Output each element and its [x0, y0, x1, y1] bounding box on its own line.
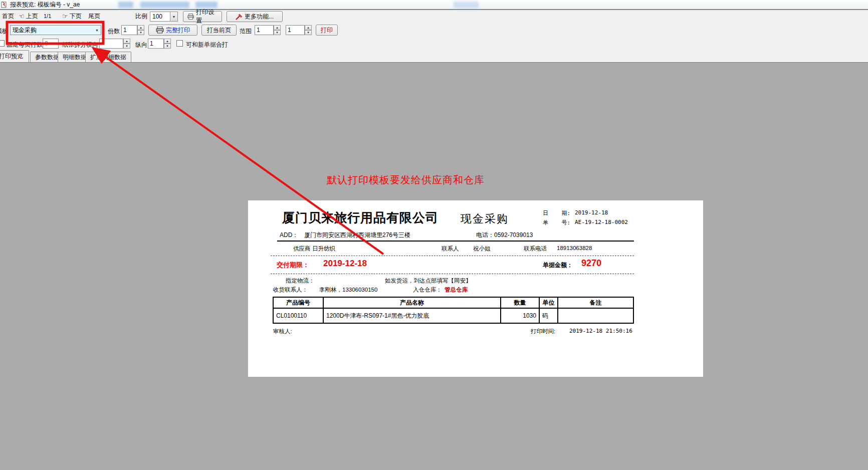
report-document: 厦门贝来旅行用品有限公司 现金采购 日 期: 2019-12-18 单 号: A…: [248, 200, 703, 377]
tab-print-preview[interactable]: 打印预览: [0, 50, 29, 62]
tab-extended-detail-data[interactable]: 扩展明细数据: [85, 52, 131, 62]
scale-combobox[interactable]: 100 ▼: [150, 12, 178, 22]
full-print-button[interactable]: 完整打印: [148, 25, 197, 36]
supplier-value: 日升纺织: [312, 245, 335, 253]
cell-quantity: 1030: [501, 308, 539, 323]
template-combobox[interactable]: 现金采购 ▼: [10, 25, 101, 35]
contact-label: 联系人: [442, 245, 459, 253]
portrait-stepper[interactable]: ▲▼: [164, 39, 171, 49]
spin-down-icon: ▼: [164, 44, 171, 49]
range-to-stepper[interactable]: ▲▼: [305, 25, 312, 35]
window-title: 报表预览: 模板编号 - v_ae: [10, 1, 80, 9]
annotation-note: 默认打印模板要发给供应商和仓库: [327, 173, 485, 187]
warehouse-label: 入仓仓库：: [413, 286, 442, 294]
spin-down-icon: ▼: [274, 30, 281, 35]
page-indicator: 1/1: [44, 13, 51, 19]
next-page-button[interactable]: ☞下页: [62, 12, 82, 21]
chevron-down-icon[interactable]: ▼: [170, 12, 177, 21]
last-page-button[interactable]: 尾页: [88, 12, 100, 21]
dashed-rule: [271, 256, 634, 256]
receiver-label: 收货联系人：: [273, 286, 308, 294]
address-value: 厦门市同安区西湖村西湖塘里276号三楼: [304, 231, 410, 240]
date-label: 日 期:: [543, 209, 570, 217]
cell-remark: [558, 308, 633, 323]
spin-up-icon: ▲: [274, 25, 281, 30]
toolbar-row-print: 模板 现金采购 ▼ 份数 ▲▼ 完整打印 打当前页 范围 ▲▼ ▲▼ 打印: [0, 24, 868, 37]
contact-phone-label: 联系电话: [524, 245, 547, 253]
portrait-input[interactable]: [148, 39, 164, 49]
warehouse-value: 管总仓库: [445, 286, 468, 294]
range-from-stepper[interactable]: ▲▼: [274, 25, 281, 35]
deadline-value: 2019-12-18: [323, 259, 367, 269]
print-button[interactable]: 打印: [316, 25, 338, 36]
copies-input[interactable]: [121, 25, 137, 35]
company-name: 厦门贝来旅行用品有限公司: [282, 209, 439, 226]
amount-value: 9270: [581, 258, 601, 269]
app-icon: [1, 1, 8, 8]
col-product-code: 产品编号: [273, 297, 323, 308]
fixed-rows-input[interactable]: [43, 39, 59, 49]
template-value: 现金采购: [11, 26, 93, 35]
date-value: 2019-12-18: [575, 209, 608, 216]
logistics-note: 如发货运，到达点部填写【同安】: [385, 277, 472, 285]
header-rule: [277, 241, 634, 242]
toolbar-row-options: 固定每页行数 纸张拆分横向 ▲▼ 纵向 ▲▼ 可和新单据合打: [0, 37, 868, 50]
contact-value: 祝小姐: [473, 245, 491, 253]
print-time-value: 2019-12-18 21:50:16: [569, 328, 632, 334]
company-phone: 电话：0592-7039013: [476, 231, 533, 240]
printer-icon: [187, 14, 194, 20]
cell-unit: 码: [539, 308, 558, 323]
spin-down-icon: ▼: [137, 30, 144, 35]
next-hand-icon: ☞: [62, 13, 68, 20]
number-value: AE-19-12-18-0002: [575, 219, 628, 225]
number-label: 单 号:: [543, 219, 570, 226]
tab-bar: 打印预览 参数数据 明细数据 扩展明细数据: [0, 50, 868, 62]
spin-up-icon: ▲: [305, 25, 312, 30]
receiver-value: 李刚林，13306030150: [319, 286, 377, 294]
col-unit: 单位: [539, 297, 558, 308]
deadline-label: 交付期限：: [277, 261, 309, 270]
range-to-input[interactable]: [286, 25, 305, 35]
paper-split-input[interactable]: [99, 39, 123, 49]
dashed-rule: [271, 274, 634, 274]
template-label: 模板: [0, 27, 8, 36]
col-remark: 备注: [558, 297, 633, 308]
spin-up-icon: ▲: [164, 39, 171, 44]
report-preview-window: 报表预览: 模板编号 - v_ae 首页 ☜上页 1/1 ☞下页 尾页 比例 1…: [0, 0, 868, 470]
spin-up-icon: ▲: [137, 25, 144, 30]
logistics-label: 指定物流：: [286, 277, 315, 285]
chevron-down-icon[interactable]: ▼: [93, 26, 101, 35]
range-label: 范围: [240, 27, 252, 36]
print-settings-button[interactable]: 打印设置: [183, 11, 222, 22]
toolbar-row-nav: 首页 ☜上页 1/1 ☞下页 尾页 比例 100 ▼ 打印设置 更多功能...: [0, 10, 868, 24]
print-current-page-button[interactable]: 打当前页: [201, 25, 237, 36]
copies-label: 份数: [108, 27, 120, 36]
print-time-label: 打印时间:: [531, 328, 555, 335]
cell-product-code: CL0100110: [273, 308, 323, 323]
tools-icon: [236, 14, 243, 20]
fixed-rows-checkbox[interactable]: [0, 40, 5, 47]
redacted-text: [118, 2, 133, 8]
paper-split-label: 纸张拆分横向: [62, 41, 98, 49]
col-quantity: 数量: [501, 297, 539, 308]
product-table: 产品编号 产品名称 数量 单位 备注 CL0100110 1200D牛津布-RS…: [273, 297, 634, 324]
first-page-button[interactable]: 首页: [2, 12, 14, 21]
paper-split-stepper[interactable]: ▲▼: [123, 39, 130, 49]
table-row: CL0100110 1200D牛津布-RS097-1#黑色-优力胶底 1030 …: [273, 308, 633, 323]
more-functions-button[interactable]: 更多功能...: [227, 11, 283, 22]
prev-hand-icon: ☜: [19, 13, 25, 20]
amount-label: 单据金额：: [543, 261, 573, 270]
redacted-text: [195, 2, 218, 8]
spin-up-icon: ▲: [123, 39, 130, 44]
combine-print-checkbox[interactable]: [176, 40, 183, 47]
printer-icon: [156, 27, 164, 34]
portrait-label: 纵向: [135, 41, 147, 49]
prev-page-button[interactable]: ☜上页: [19, 12, 38, 21]
auditor-label: 审核人:: [273, 328, 292, 335]
spin-down-icon: ▼: [123, 44, 130, 49]
title-bar: 报表预览: 模板编号 - v_ae: [0, 0, 868, 10]
copies-stepper[interactable]: ▲▼: [137, 25, 144, 35]
fixed-rows-label: 固定每页行数: [7, 41, 43, 49]
redacted-text: [454, 2, 479, 8]
range-from-input[interactable]: [255, 25, 274, 35]
